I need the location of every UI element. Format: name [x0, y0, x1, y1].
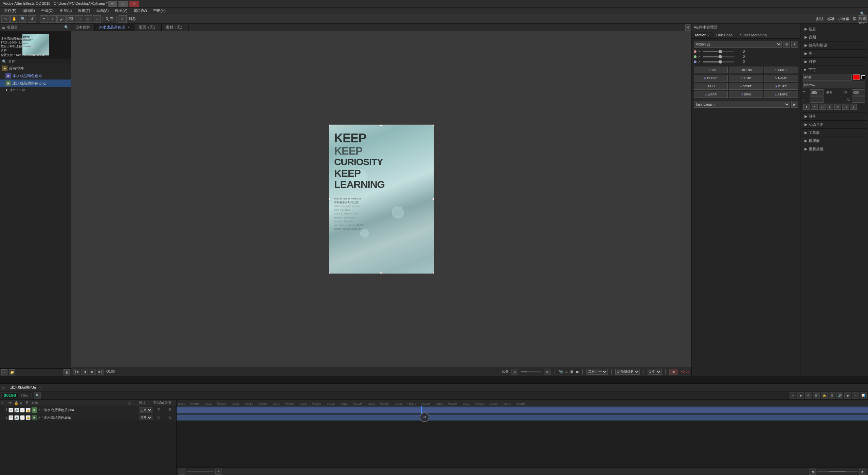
layer-mode-select-2[interactable]: 正常 — [139, 415, 152, 420]
tab-no-controls[interactable]: 没有控件 — [71, 24, 95, 31]
camera-select[interactable]: 活动摄像机 — [615, 369, 640, 375]
handle-mr[interactable] — [432, 198, 434, 200]
tl-audio-btn[interactable]: 🔊 — [836, 392, 843, 399]
tl-switches-btn[interactable]: ≡ — [852, 392, 859, 399]
tool-extra-sym[interactable]: ⊞ — [119, 15, 127, 23]
track-bar-2[interactable] — [177, 415, 868, 420]
menu-effects[interactable]: 效果(T) — [75, 7, 93, 14]
tl-loop-btn[interactable]: ⟳ — [805, 392, 812, 399]
resolution-select[interactable]: 二分之一 — [586, 369, 608, 375]
m2-dot-z[interactable] — [694, 60, 697, 63]
handle-mt[interactable] — [380, 124, 383, 126]
project-item-0[interactable]: ▶ 没有控件 — [0, 65, 71, 72]
toolbar-search-btn[interactable]: 🔍 搜索帮助 — [858, 15, 867, 23]
menu-file[interactable]: 文件(F) — [1, 7, 19, 14]
menu-window[interactable]: 窗口(W) — [131, 7, 150, 14]
prev-frame-btn[interactable]: ◀ — [81, 369, 88, 375]
zoom-btn[interactable]: ⊟ — [511, 369, 518, 375]
menu-layer[interactable]: 图层(L) — [57, 7, 74, 14]
tab-duk-baset1[interactable]: Duk Basel — [713, 32, 737, 38]
font-size-input[interactable] — [810, 89, 824, 95]
project-folder-btn[interactable]: 📁 — [9, 369, 15, 375]
tl-lock-btn[interactable]: 🔒 — [821, 392, 828, 399]
timeline-right[interactable]: 00000 00010 00020 00030 00040 00050 0006… — [177, 400, 868, 475]
m2-btn-jump[interactable]: ↑JUMP — [729, 75, 763, 82]
zoom-in-btn[interactable]: ⊞ — [544, 369, 551, 375]
m2-task-run-btn[interactable]: ▶ — [791, 101, 798, 108]
project-search-icon[interactable]: 🔍 — [64, 25, 69, 30]
section-audio-title[interactable]: ▶ 音频 — [802, 33, 867, 41]
m2-btn-burst[interactable]: *BURST — [764, 67, 798, 73]
tab-footage[interactable]: 素材（无） — [162, 24, 189, 31]
tl-scroll-right-btn[interactable]: ▶ — [859, 469, 866, 475]
pixels-btn[interactable]: ◼ — [576, 370, 579, 373]
track-bar-1[interactable] — [177, 407, 868, 413]
tool-eraser[interactable]: ⌫ — [66, 15, 74, 23]
handle-tl[interactable] — [329, 124, 330, 126]
layer-audio-1[interactable]: 🔊 — [14, 408, 19, 412]
m2-slider-x[interactable] — [703, 51, 734, 52]
tool-rotate[interactable]: ↺ — [28, 15, 36, 23]
tl-zoom-slider[interactable] — [187, 471, 214, 472]
project-item-comp[interactable]: ◉ 冰水成品调色色系 — [0, 72, 71, 80]
fmt-small-caps[interactable]: TT — [827, 104, 833, 110]
tl-mode-btn[interactable]: ▶ — [797, 392, 804, 399]
tl-tab-close[interactable]: ✕ — [39, 386, 41, 389]
layer-solo-1[interactable]: ○ — [20, 408, 25, 412]
section-ui-title[interactable]: ▶ 更新插值 — [802, 145, 867, 153]
tab-layer[interactable]: 图层（无） — [134, 24, 162, 31]
section-align-title[interactable]: ▶ 对齐 — [802, 58, 867, 66]
layer-lock-1[interactable]: 🔒 — [26, 408, 31, 412]
tl-tracks[interactable]: ⚙ — [177, 406, 868, 421]
m2-btn-spin[interactable]: ↺SPIN — [729, 91, 763, 98]
fmt-sub[interactable]: T↓ — [842, 104, 849, 110]
m2-btn-warp[interactable]: ◇WARP — [694, 91, 728, 98]
font-style-input[interactable] — [803, 82, 865, 88]
tool-shape-ellipse[interactable]: ○ — [84, 15, 92, 23]
project-item-tag[interactable]: ▶ 使用了 1 次 — [0, 87, 71, 93]
tl-expgraph-btn[interactable]: 📊 — [860, 392, 867, 399]
tl-zoom-in-btn[interactable]: + — [215, 469, 222, 475]
menu-edit[interactable]: 编辑(E) — [20, 7, 38, 14]
m2-slider-z[interactable] — [703, 61, 734, 63]
color-swatch-bg[interactable] — [861, 75, 865, 79]
m2-task-select[interactable]: Task Launch — [694, 101, 790, 108]
fmt-all-caps[interactable]: TT — [819, 104, 826, 110]
tl-markers-btn[interactable]: ◆ — [844, 392, 851, 399]
m2-btn-null[interactable]: ○NULL — [694, 83, 728, 90]
layer-audio-2[interactable]: 🔊 — [14, 415, 19, 420]
project-delete-btn[interactable]: 🗑 — [64, 369, 70, 375]
next-frame-btn[interactable]: ▶| — [97, 369, 104, 375]
color-swatch-fill[interactable] — [853, 74, 860, 80]
render-btn[interactable]: ◉ — [669, 369, 678, 375]
layer-vis-1[interactable]: 👁 — [8, 408, 13, 412]
handle-tr[interactable] — [432, 124, 434, 126]
close-button[interactable]: ✕ — [129, 1, 139, 7]
play-from-start-btn[interactable]: |◀ — [73, 369, 80, 375]
layer-mode-select-1[interactable]: 正常 — [139, 407, 152, 413]
kerning-input[interactable] — [852, 96, 865, 103]
handle-mb[interactable] — [380, 272, 383, 274]
m2-expand-btn[interactable]: ▼ — [791, 41, 798, 48]
menu-composition[interactable]: 合成(C) — [38, 7, 56, 14]
tl-zoom-out-btn[interactable]: - — [179, 469, 185, 475]
leading-input[interactable] — [810, 96, 824, 103]
menu-help[interactable]: 帮助(H) — [150, 7, 168, 14]
section-ms-title[interactable]: ▶ 动态草图 — [802, 121, 867, 128]
section-sub-title[interactable]: ▶ 字幕器 — [802, 129, 867, 137]
section-frame-title[interactable]: ▶ 框架器 — [802, 137, 867, 145]
project-new-btn[interactable]: + — [1, 369, 7, 375]
tab-super-morphing[interactable]: Super Morphing — [737, 32, 770, 38]
handle-bl[interactable] — [329, 272, 330, 274]
views-select[interactable]: 1 个 — [648, 369, 662, 375]
m2-btn-clone[interactable]: ⊕CLONE — [694, 75, 728, 82]
m2-version-select[interactable]: Motion v2 — [694, 41, 782, 48]
m2-settings-btn[interactable]: ⚙ — [783, 41, 790, 48]
tool-zoom[interactable]: 🔍 — [19, 15, 27, 23]
snapshot-btn[interactable]: 📷 — [559, 370, 563, 373]
minimize-button[interactable]: ─ — [108, 1, 117, 7]
fmt-italic[interactable]: T — [811, 104, 818, 110]
fmt-bold[interactable]: T — [803, 104, 810, 110]
project-item-img[interactable]: ▣ 冰水成品调热色.png — [0, 80, 71, 87]
tl-frame-btn[interactable]: ⊞ — [813, 392, 820, 399]
